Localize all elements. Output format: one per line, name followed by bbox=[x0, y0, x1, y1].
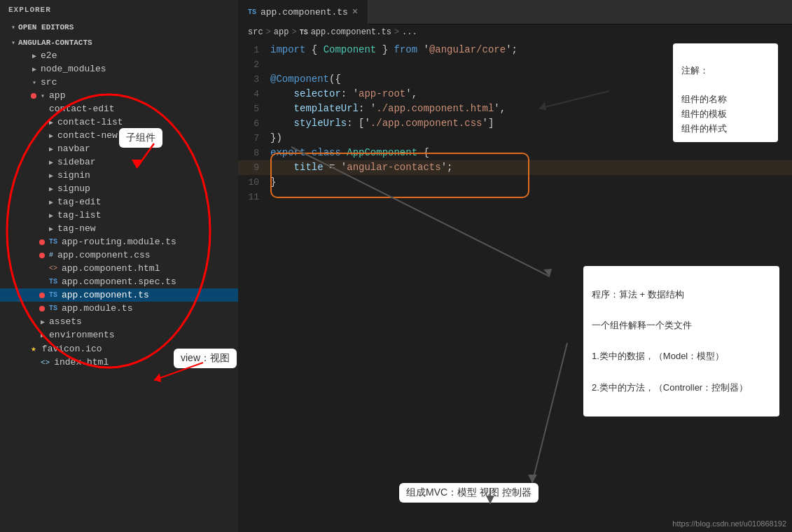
tree-item-app-css[interactable]: # app.component.css bbox=[0, 248, 238, 262]
dot-placeholder bbox=[22, 53, 28, 59]
line-code-11 bbox=[270, 190, 276, 204]
tree-item-contact-edit[interactable]: contact-edit bbox=[0, 102, 238, 115]
project-label: ANGULAR-CONTACTS bbox=[18, 38, 92, 47]
label-app-ts: app.component.ts bbox=[62, 290, 149, 300]
label-signin: signin bbox=[57, 170, 90, 181]
arrow-tag-edit: ▶ bbox=[49, 198, 53, 206]
line-code-8: export class AppComponent { bbox=[270, 146, 429, 160]
line-num-11: 11 bbox=[238, 190, 270, 204]
annotation-mvc-label: 组成MVC：模型 视图 控制器 bbox=[399, 483, 539, 503]
dot-placeholder3 bbox=[22, 80, 28, 85]
tab-close-icon[interactable]: × bbox=[352, 6, 358, 18]
line-num-2: 2 bbox=[238, 57, 270, 72]
tree-item-contact-list[interactable]: ▶ contact-list bbox=[0, 115, 238, 129]
annotation-comment-box: 注解： 组件的名称组件的模板组件的样式 bbox=[673, 43, 778, 142]
arrow-sidebar-folder: ▶ bbox=[49, 158, 53, 167]
tree-item-app-html[interactable]: <> app.component.html bbox=[0, 262, 238, 275]
arrow-tag-new: ▶ bbox=[49, 225, 53, 233]
dot-app-routing bbox=[39, 239, 45, 245]
watermark: https://blog.csdn.net/u010868192 bbox=[672, 519, 786, 528]
arrow-src: ▾ bbox=[32, 78, 36, 87]
line-code-4: selector: 'app-root', bbox=[270, 87, 417, 102]
tree-item-sidebar-folder[interactable]: ▶ sidebar bbox=[0, 155, 238, 169]
label-contact-new: contact-new bbox=[57, 130, 118, 141]
tree-item-environments[interactable]: ▶ environments bbox=[0, 328, 238, 342]
html-icon: <> bbox=[49, 265, 57, 272]
label-tag-list: tag-list bbox=[57, 210, 101, 220]
project-title[interactable]: ▾ ANGULAR-CONTACTS bbox=[0, 36, 238, 49]
label-app-routing: app-routing.module.ts bbox=[62, 237, 176, 247]
tree-item-e2e[interactable]: ▶ e2e bbox=[0, 49, 238, 62]
ts-icon-routing: TS bbox=[49, 238, 57, 246]
annotation-class-desc-line1: 一个组件解释一个类文件 bbox=[592, 318, 771, 333]
dot-app-module bbox=[39, 306, 45, 312]
line-num-6: 6 bbox=[238, 116, 270, 131]
label-environments: environments bbox=[49, 330, 115, 340]
annotation-mvc-text: 组成MVC：模型 视图 控制器 bbox=[406, 486, 532, 498]
label-tag-new: tag-new bbox=[57, 223, 96, 234]
line-num-8: 8 bbox=[238, 146, 270, 160]
line-num-1: 1 bbox=[238, 43, 270, 57]
label-contact-list: contact-list bbox=[57, 117, 123, 127]
project-section: ▾ ANGULAR-CONTACTS ▶ e2e ▶ node_modules … bbox=[0, 35, 238, 370]
line-code-1: import { Component } from '@angular/core… bbox=[270, 43, 517, 57]
tree-item-app-routing[interactable]: TS app-routing.module.ts bbox=[0, 235, 238, 248]
label-app-css: app.component.css bbox=[57, 250, 151, 260]
line-num-4: 4 bbox=[238, 87, 270, 102]
tree-item-app-module[interactable]: TS app.module.ts bbox=[0, 302, 238, 315]
annotation-comment-lines: 组件的名称组件的模板组件的样式 bbox=[681, 94, 727, 134]
tab-app-component-ts[interactable]: TS app.component.ts × bbox=[238, 0, 368, 24]
label-index: index.html bbox=[54, 357, 109, 368]
breadcrumb-sep1: > bbox=[266, 27, 271, 37]
tab-label: app.component.ts bbox=[260, 7, 348, 18]
arrow-environments: ▶ bbox=[41, 331, 45, 340]
explorer-header: EXPLORER bbox=[0, 0, 238, 20]
line-code-9: title = 'angular-contacts'; bbox=[270, 160, 452, 175]
tree-item-tag-edit[interactable]: ▶ tag-edit bbox=[0, 195, 238, 209]
annotation-class-desc-title: 程序：算法 + 数据结构 bbox=[592, 287, 771, 302]
tree-item-app-ts[interactable]: TS app.component.ts bbox=[0, 288, 238, 302]
diamond-icon: <> bbox=[41, 358, 50, 367]
annotation-class-desc-line2: 1.类中的数据，（Model：模型） bbox=[592, 349, 771, 364]
line-code-2 bbox=[270, 57, 276, 72]
line-num-9: 9 bbox=[238, 160, 270, 175]
label-signup: signup bbox=[57, 183, 90, 194]
tree-item-signin[interactable]: ▶ signin bbox=[0, 169, 238, 182]
css-icon: # bbox=[49, 251, 53, 259]
annotation-class-desc-line3: 2.类中的方法，（Controller：控制器） bbox=[592, 380, 771, 396]
tree-item-tag-new[interactable]: ▶ tag-new bbox=[0, 222, 238, 235]
annotation-sub-component-label: 子组件 bbox=[126, 132, 155, 143]
line-num-7: 7 bbox=[238, 131, 270, 146]
label-favicon: favicon.ico bbox=[42, 344, 102, 354]
tree-item-src[interactable]: ▾ src bbox=[0, 76, 238, 89]
open-editors-arrow: ▾ bbox=[11, 23, 15, 31]
arrow-assets: ▶ bbox=[41, 318, 45, 326]
label-src: src bbox=[41, 77, 57, 88]
tree-item-tag-list[interactable]: ▶ tag-list bbox=[0, 209, 238, 222]
line-num-3: 3 bbox=[238, 72, 270, 87]
tree-item-assets[interactable]: ▶ assets bbox=[0, 315, 238, 328]
label-app-module: app.module.ts bbox=[62, 303, 132, 314]
breadcrumb-sep3: > bbox=[394, 27, 399, 37]
label-tag-edit: tag-edit bbox=[57, 197, 101, 207]
label-navbar: navbar bbox=[57, 144, 90, 154]
annotation-view-text: view：视图 bbox=[181, 352, 230, 363]
watermark-text: https://blog.csdn.net/u010868192 bbox=[672, 519, 786, 528]
arrow-tag-list: ▶ bbox=[49, 211, 53, 220]
ts-icon-main: TS bbox=[49, 291, 57, 299]
open-editors-title[interactable]: ▾ OPEN EDITORS bbox=[0, 21, 238, 34]
tree-item-node-modules[interactable]: ▶ node_modules bbox=[0, 62, 238, 76]
code-line-8: 8 export class AppComponent { bbox=[238, 146, 792, 160]
breadcrumb-dots: ... bbox=[402, 27, 417, 37]
line-num-5: 5 bbox=[238, 102, 270, 116]
line-code-5: templateUrl: './app.component.html', bbox=[270, 102, 506, 116]
tree-item-signup[interactable]: ▶ signup bbox=[0, 182, 238, 195]
label-app-spec: app.component.spec.ts bbox=[62, 276, 176, 287]
label-node-modules: node_modules bbox=[41, 64, 106, 74]
arrow-node-modules: ▶ bbox=[32, 65, 36, 74]
dot-app-css bbox=[39, 253, 45, 258]
tree-item-app-spec[interactable]: TS app.component.spec.ts bbox=[0, 275, 238, 288]
tree-item-app[interactable]: ▾ app bbox=[0, 89, 238, 102]
breadcrumb-src: src bbox=[248, 27, 263, 37]
code-line-11: 11 bbox=[238, 190, 792, 204]
